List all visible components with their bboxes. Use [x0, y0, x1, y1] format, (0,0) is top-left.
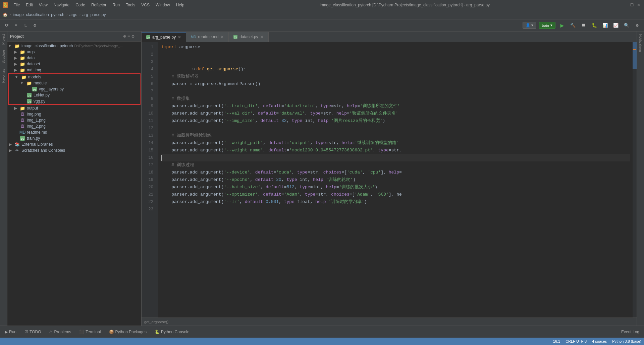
bottom-tab-todo[interactable]: ☑ TODO: [21, 328, 44, 336]
panel-close-icon[interactable]: −: [136, 33, 139, 39]
panel-title: Project: [10, 34, 24, 39]
maximize-button[interactable]: □: [629, 2, 635, 8]
minimap-scroll[interactable]: [633, 42, 637, 318]
data-label: data: [27, 56, 35, 60]
toolbar-collapse-btn[interactable]: ≡: [12, 21, 20, 29]
models-highlight-box: ▾ 📁 models ▾ 📁 module: [8, 73, 141, 105]
bottom-tab-event-log[interactable]: Event Log: [618, 328, 643, 336]
status-encoding: CRLF UTF-8: [566, 339, 587, 343]
breadcrumb-root[interactable]: 🏠: [3, 12, 8, 17]
menu-file[interactable]: File: [11, 2, 22, 8]
code-line-10: parser.add_argument('--val_dir', default…: [161, 110, 630, 117]
left-strip-structure[interactable]: Structure: [1, 47, 6, 66]
tab-readme-close[interactable]: ✕: [220, 34, 224, 39]
fold-arrow-4[interactable]: ⊖: [193, 67, 195, 72]
tree-img2[interactable]: 🖼 img_2.png: [7, 123, 141, 129]
code-line-20: parser.add_argument('--batch_size', defa…: [161, 184, 630, 191]
menu-vcs[interactable]: VCS: [139, 2, 152, 8]
tree-vgg-layers[interactable]: py vgg_layers.py: [9, 86, 140, 92]
menu-tools[interactable]: Tools: [123, 2, 138, 8]
run-config-dropdown[interactable]: ▾: [550, 23, 552, 27]
project-panel: Project ⊕ ≡ ⚙ − ▾ 📁 image_classification…: [7, 31, 142, 326]
code-editor[interactable]: 1 2 3 4 5 6 7 8 9 10 11 12 13 14 15 16 1…: [142, 42, 637, 318]
menu-help[interactable]: Help: [173, 2, 187, 8]
run-config-button[interactable]: train ▾: [539, 22, 555, 29]
tree-root[interactable]: ▾ 📁 image_classification_pytorch D:\Pych…: [7, 43, 141, 49]
tab-dataset-close[interactable]: ✕: [260, 34, 264, 39]
build-button[interactable]: 🔨: [569, 21, 577, 29]
svg-text:py: py: [28, 94, 31, 97]
menu-code[interactable]: Code: [73, 2, 88, 8]
tree-readme[interactable]: MD readme.md: [7, 129, 141, 135]
tab-arg-parse-close[interactable]: ✕: [178, 35, 181, 40]
tree-scratches[interactable]: ▶ ✏ Scratches and Consoles: [7, 147, 141, 153]
panel-locate-icon[interactable]: ⊕: [123, 33, 126, 39]
svg-text:py: py: [33, 88, 37, 91]
close-button[interactable]: ✕: [636, 2, 641, 8]
bottom-tab-python-console[interactable]: 🐍 Python Console: [151, 328, 193, 336]
breadcrumb-file[interactable]: arg_parse.py: [82, 12, 106, 17]
run-button[interactable]: ▶: [558, 21, 566, 29]
tree-dataset[interactable]: ▶ 📁 dataset: [7, 61, 141, 67]
tabs-bar: py arg_parse.py ✕ MD readme.md ✕ py data…: [142, 31, 637, 42]
left-strip-favorites[interactable]: Favorites: [1, 66, 6, 85]
bottom-tab-python-packages[interactable]: 📦 Python Packages: [106, 328, 150, 336]
bottom-tab-run[interactable]: ▶ Run: [1, 328, 20, 336]
module-arrow: ▾: [21, 81, 26, 85]
menu-refactor[interactable]: Refactor: [89, 2, 109, 8]
panel-settings-icon[interactable]: ⚙: [131, 33, 134, 39]
bottom-tab-terminal[interactable]: ⬛ Terminal: [76, 328, 104, 336]
menu-view[interactable]: View: [36, 2, 50, 8]
toolbar-left: ⟳ ≡ ⇅ ⚙ −: [3, 21, 48, 29]
tree-img1[interactable]: 🖼 img_1.png: [7, 117, 141, 123]
tree-vgg[interactable]: py vgg.py: [9, 98, 140, 104]
editor-area: py arg_parse.py ✕ MD readme.md ✕ py data…: [142, 31, 637, 326]
lenet-icon: py: [26, 93, 32, 97]
minimize-button[interactable]: ─: [623, 2, 628, 8]
menu-run[interactable]: Run: [110, 2, 122, 8]
event-log-label: Event Log: [621, 330, 639, 334]
menu-navigate[interactable]: Navigate: [51, 2, 72, 8]
tab-arg-parse[interactable]: py arg_parse.py ✕: [142, 32, 186, 42]
search-button[interactable]: 🔍: [623, 21, 631, 29]
tree-img[interactable]: 🖼 img.png: [7, 111, 141, 117]
status-interpreter: Python 3.8 (base): [612, 339, 641, 343]
tab-readme[interactable]: MD readme.md ✕: [186, 32, 229, 42]
toolbar-settings-btn[interactable]: ⚙: [31, 21, 39, 29]
md-img-label: md_img: [27, 68, 41, 72]
code-line-18: parser.add_argument('--device', default=…: [161, 169, 630, 176]
tree-args[interactable]: ▶ 📁 args: [7, 49, 141, 55]
tree-lenet[interactable]: py LeNet.py: [9, 92, 140, 98]
profile-run-button[interactable]: 📈: [612, 21, 620, 29]
breadcrumb-folder[interactable]: args: [69, 12, 77, 17]
svg-text:py: py: [234, 36, 237, 39]
tree-module[interactable]: ▾ 📁 module: [9, 80, 140, 86]
left-strip-project[interactable]: Project: [1, 31, 6, 47]
debug-button[interactable]: 🐛: [590, 21, 598, 29]
notifications-strip[interactable]: Notifications: [638, 31, 643, 55]
tree-models[interactable]: ▾ 📁 models: [9, 74, 140, 80]
menu-edit[interactable]: Edit: [23, 2, 36, 8]
code-line-23: [161, 206, 630, 213]
problems-icon: ⚠: [49, 330, 53, 334]
code-content[interactable]: import argparse ⊖ def get_argparse(): # …: [158, 42, 633, 318]
stop-button[interactable]: ⏹: [580, 21, 588, 29]
cursor: [161, 155, 162, 161]
tab-dataset[interactable]: py dataset.py ✕: [229, 32, 268, 42]
toolbar-expand-btn[interactable]: ⇅: [21, 21, 30, 29]
tree-data[interactable]: ▶ 📁 data: [7, 55, 141, 61]
settings-button[interactable]: ⚙: [633, 21, 641, 29]
breadcrumb-project[interactable]: image_classification_pytorch: [13, 12, 64, 17]
coverage-button[interactable]: 📊: [601, 21, 609, 29]
menu-window[interactable]: Window: [153, 2, 173, 8]
code-line-13: # 加载模型继续训练: [161, 132, 630, 139]
bottom-tab-problems[interactable]: ⚠ Problems: [46, 328, 74, 336]
toolbar-minimize-btn[interactable]: −: [40, 21, 48, 29]
profile-button[interactable]: 👤 ▾: [523, 22, 536, 29]
panel-collapse-icon[interactable]: ≡: [127, 33, 130, 39]
tree-external-libs[interactable]: ▶ 📚 External Libraries: [7, 141, 141, 147]
tree-md-img[interactable]: ▶ 📁 md_img: [7, 67, 141, 73]
toolbar-sync-btn[interactable]: ⟳: [3, 21, 11, 29]
tree-train[interactable]: py train.py: [7, 135, 141, 141]
tree-output[interactable]: ▶ 📁 output: [7, 105, 141, 111]
